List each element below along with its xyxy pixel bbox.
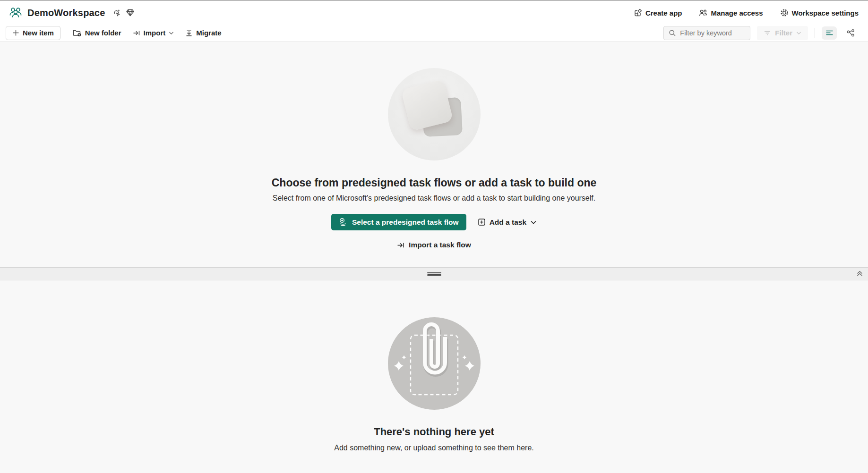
filter-icon [764, 30, 771, 36]
new-folder-button[interactable]: New folder [67, 26, 127, 40]
migrate-button[interactable]: Migrate [180, 26, 227, 40]
manage-access-button[interactable]: Manage access [699, 9, 763, 17]
taskflow-empty-title: Choose from predesigned task flows or ad… [272, 177, 597, 189]
create-app-icon [634, 8, 642, 17]
lineage-view-button[interactable] [843, 26, 858, 40]
filter-label: Filter [775, 29, 792, 37]
section-splitter [0, 267, 868, 280]
people-icon [699, 9, 707, 17]
tap-sparkle-icon[interactable] [112, 8, 121, 17]
migrate-icon [185, 29, 193, 37]
chevron-down-icon [796, 31, 801, 35]
workspace-toolbar: New item New folder Import [0, 25, 868, 42]
keyword-search[interactable] [663, 26, 750, 40]
migrate-label: Migrate [196, 29, 221, 37]
diamond-icon[interactable] [126, 8, 135, 17]
workspace-people-icon [9, 6, 23, 19]
stack-add-icon [339, 218, 348, 227]
list-view-icon [825, 29, 834, 36]
import-taskflow-label: Import a task flow [409, 241, 471, 249]
items-illustration [388, 317, 481, 410]
sparkle-right [465, 361, 474, 371]
items-section: There's nothing here yet Add something n… [0, 280, 868, 473]
manage-access-label: Manage access [711, 9, 763, 17]
chevron-down-icon [530, 220, 537, 225]
add-task-label: Add a task [490, 218, 526, 227]
import-button[interactable]: Import [127, 26, 180, 40]
taskflow-section: Choose from predesigned task flows or ad… [0, 42, 868, 267]
select-predesigned-taskflow-button[interactable]: Select a predesigned task flow [331, 214, 466, 230]
search-icon [669, 29, 676, 37]
taskflow-illustration [388, 68, 481, 160]
create-app-label: Create app [645, 9, 682, 17]
sparkle-left [394, 361, 404, 371]
list-view-button[interactable] [822, 26, 837, 40]
splitter-drag-handle[interactable] [427, 272, 441, 276]
filter-button[interactable]: Filter [757, 26, 808, 40]
lineage-icon [847, 29, 855, 37]
add-square-icon [478, 218, 486, 226]
chevron-down-icon [169, 31, 174, 35]
items-empty-title: There's nothing here yet [374, 426, 494, 438]
workspace-header: DemoWorkspace [0, 0, 868, 25]
items-empty-subtitle: Add something new, or upload something t… [334, 444, 533, 452]
search-input[interactable] [680, 29, 745, 37]
taskflow-empty-subtitle: Select from one of Microsoft's predesign… [273, 194, 595, 203]
select-predesigned-taskflow-label: Select a predesigned task flow [352, 218, 459, 227]
import-taskflow-link[interactable]: Import a task flow [397, 241, 471, 249]
workspace-settings-button[interactable]: Workspace settings [780, 8, 859, 17]
create-app-button[interactable]: Create app [634, 8, 682, 17]
toolbar-divider [815, 28, 815, 38]
workspace-title: DemoWorkspace [27, 8, 105, 18]
double-chevron-up-icon [856, 270, 863, 277]
folder-add-icon [73, 29, 82, 37]
add-task-button[interactable]: Add a task [478, 218, 537, 227]
import-label: Import [144, 29, 166, 37]
import-icon [133, 29, 140, 37]
new-item-label: New item [23, 29, 54, 37]
import-icon [397, 241, 405, 249]
gear-icon [780, 8, 789, 17]
plus-icon [12, 29, 19, 36]
new-folder-label: New folder [85, 29, 121, 37]
workspace-settings-label: Workspace settings [792, 9, 859, 17]
collapse-section-button[interactable] [855, 269, 864, 278]
new-item-button[interactable]: New item [6, 26, 60, 40]
